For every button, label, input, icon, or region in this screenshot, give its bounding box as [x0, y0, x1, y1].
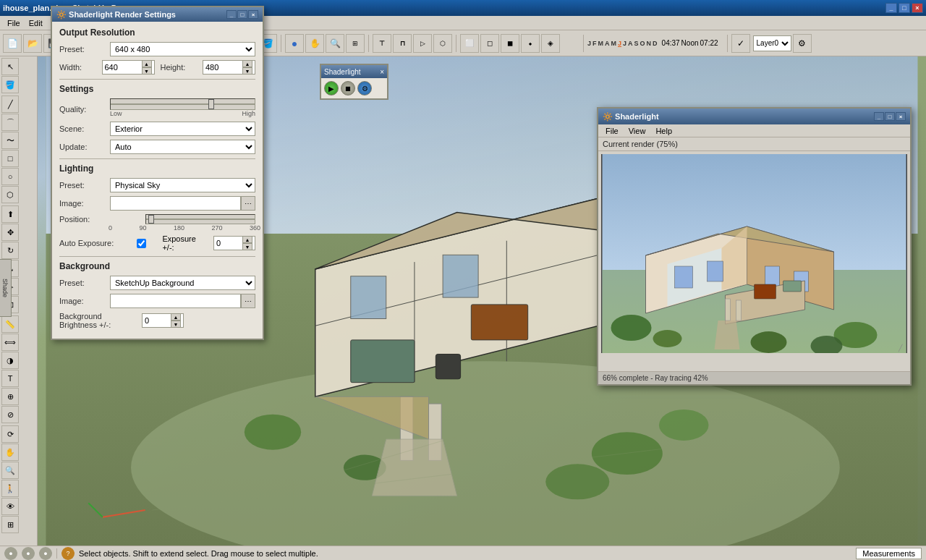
- brightness-spin-down[interactable]: ▼: [171, 321, 181, 328]
- result-titlebar[interactable]: 🔆 Shaderlight _ □ ×: [598, 109, 910, 124]
- update-select[interactable]: Auto: [110, 140, 255, 154]
- month-J: J: [587, 40, 591, 47]
- pan-button[interactable]: ✋: [305, 34, 324, 53]
- preset-select[interactable]: 640 x 480: [110, 42, 255, 56]
- section-tool[interactable]: ⊘: [1, 406, 19, 423]
- width-spin-up[interactable]: ▲: [142, 60, 152, 67]
- width-input[interactable]: 640: [105, 63, 141, 72]
- panel-restore-button[interactable]: □: [237, 10, 247, 19]
- month-F: F: [592, 40, 597, 47]
- result-menu-view[interactable]: View: [624, 126, 650, 136]
- brightness-input[interactable]: [145, 316, 170, 325]
- zoom-tool[interactable]: 🔍: [1, 462, 19, 479]
- render-panel-titlebar[interactable]: 🔆 Shaderlight Render Settings _ □ ×: [52, 7, 263, 22]
- freehand-tool[interactable]: 〜: [1, 132, 19, 149]
- shaded-button[interactable]: ◼: [501, 34, 519, 53]
- render-play-button[interactable]: ▶: [324, 81, 339, 96]
- quality-row: Quality: Low High: [59, 98, 255, 120]
- status-icon-1[interactable]: ●: [4, 547, 17, 560]
- move-tool[interactable]: ✥: [1, 224, 19, 241]
- zoom-button[interactable]: 🔍: [326, 34, 344, 53]
- minimize-button[interactable]: _: [885, 3, 897, 13]
- panel-close-button[interactable]: ×: [248, 10, 258, 19]
- position-slider[interactable]: [145, 214, 255, 224]
- new-button[interactable]: 📄: [3, 34, 22, 53]
- walk-tool[interactable]: 🚶: [1, 480, 19, 497]
- exposure-input[interactable]: [216, 239, 242, 247]
- mini-close-button[interactable]: ×: [380, 68, 384, 76]
- wireframe-button[interactable]: ⬜: [460, 34, 479, 53]
- result-restore-button[interactable]: □: [885, 112, 895, 121]
- menu-edit[interactable]: Edit: [25, 17, 47, 29]
- protractor-tool[interactable]: ◑: [1, 352, 19, 369]
- select-tool[interactable]: ↖: [1, 58, 19, 75]
- orbit-tool[interactable]: ⟳: [1, 425, 19, 443]
- hidden-line-button[interactable]: ◻: [480, 34, 499, 53]
- background-image-input[interactable]: [110, 294, 241, 308]
- tape-tool[interactable]: 📏: [1, 315, 19, 333]
- height-input[interactable]: 480: [205, 63, 242, 72]
- result-close-button[interactable]: ×: [896, 112, 906, 121]
- text-tool[interactable]: T: [1, 370, 19, 387]
- panel-minimize-button[interactable]: _: [226, 10, 237, 19]
- auto-exposure-checkbox[interactable]: [137, 239, 146, 248]
- scene-select[interactable]: Exterior: [110, 122, 255, 136]
- circle-tool[interactable]: ○: [1, 168, 19, 185]
- brightness-label: Background Brightness +/-:: [59, 312, 139, 329]
- background-preset-select[interactable]: SketchUp Background: [110, 276, 255, 290]
- menu-file[interactable]: File: [3, 17, 25, 29]
- lighting-browse-button[interactable]: ⋯: [241, 196, 255, 211]
- zoom-window-tool[interactable]: ⊞: [1, 516, 19, 533]
- status-icon-2[interactable]: ●: [22, 547, 35, 560]
- top-view-button[interactable]: ⊤: [373, 34, 391, 53]
- dimension-tool[interactable]: ⟺: [1, 334, 19, 351]
- push-pull-tool[interactable]: ⬆: [1, 205, 19, 223]
- right-view-button[interactable]: ▷: [413, 34, 432, 53]
- rotate-tool[interactable]: ↻: [1, 242, 19, 259]
- look-around-tool[interactable]: 👁: [1, 498, 19, 515]
- svg-point-23: [545, 464, 609, 499]
- result-minimize-button[interactable]: _: [874, 112, 884, 121]
- polygon-tool[interactable]: ⬡: [1, 186, 19, 203]
- texture-button[interactable]: ⬥: [521, 34, 540, 53]
- pan-tool[interactable]: ✋: [1, 444, 19, 461]
- open-button[interactable]: 📂: [23, 34, 42, 53]
- exposure-spin-up[interactable]: ▲: [242, 236, 252, 243]
- result-menu-file[interactable]: File: [601, 126, 623, 136]
- result-icon: 🔆: [603, 112, 613, 121]
- line-tool[interactable]: ╱: [1, 96, 19, 113]
- svg-point-46: [751, 331, 787, 353]
- zoom-extent-button[interactable]: ⊞: [346, 34, 365, 53]
- monochrome-button[interactable]: ◈: [541, 34, 560, 53]
- brightness-spin-up[interactable]: ▲: [171, 313, 181, 321]
- background-browse-button[interactable]: ⋯: [241, 294, 255, 308]
- layer-check-button[interactable]: ✓: [731, 34, 750, 53]
- height-spin-down[interactable]: ▼: [242, 67, 252, 75]
- paint-tool[interactable]: 🪣: [1, 76, 19, 93]
- resize-handle[interactable]: ╱: [899, 344, 907, 353]
- orbit-button[interactable]: ●: [285, 34, 304, 53]
- mini-titlebar[interactable]: Shaderlight ×: [321, 65, 387, 78]
- quality-slider[interactable]: [110, 98, 255, 110]
- help-icon[interactable]: ?: [61, 547, 75, 560]
- render-stop-button[interactable]: ⏹: [341, 81, 355, 96]
- iso-view-button[interactable]: ⬡: [433, 34, 452, 53]
- result-menu-help[interactable]: Help: [651, 126, 676, 136]
- rect-tool[interactable]: □: [1, 150, 19, 167]
- render-settings-button[interactable]: ⚙: [357, 81, 372, 96]
- lighting-image-input[interactable]: [110, 196, 241, 211]
- status-icon-3[interactable]: ●: [39, 547, 52, 560]
- height-spin-up[interactable]: ▲: [242, 60, 252, 67]
- layer-settings-button[interactable]: ⚙: [793, 34, 812, 53]
- exposure-spin-down[interactable]: ▼: [242, 243, 252, 250]
- restore-button[interactable]: □: [899, 3, 910, 13]
- shaderlight-tab[interactable]: Shade: [0, 259, 12, 317]
- axes-tool[interactable]: ⊕: [1, 388, 19, 405]
- layer-select[interactable]: Layer0: [753, 35, 791, 51]
- close-button[interactable]: ×: [912, 3, 923, 13]
- lighting-preset-select[interactable]: Physical Sky: [110, 178, 255, 192]
- window-controls[interactable]: _ □ ×: [885, 3, 923, 13]
- front-view-button[interactable]: ⊓: [393, 34, 412, 53]
- width-spin-down[interactable]: ▼: [142, 67, 152, 75]
- arc-tool[interactable]: ⌒: [1, 114, 19, 131]
